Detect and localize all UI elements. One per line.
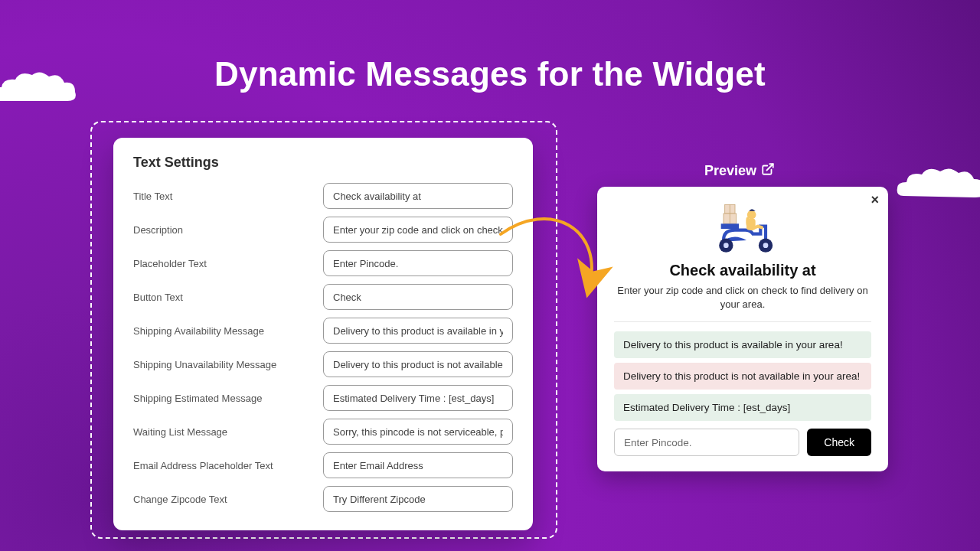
message-available: Delivery to this product is available in… <box>614 331 871 358</box>
cloud-decoration-right <box>896 165 980 202</box>
external-link-icon <box>761 162 775 180</box>
placeholder-text-input[interactable] <box>323 250 513 276</box>
change-zipcode-input[interactable] <box>323 486 513 512</box>
field-description: Description <box>133 217 513 243</box>
button-text-input[interactable] <box>323 284 513 310</box>
delivery-scooter-icon <box>614 201 871 257</box>
svg-point-8 <box>763 243 769 248</box>
message-unavailable: Delivery to this product is not availabl… <box>614 363 871 390</box>
close-icon[interactable]: × <box>871 193 879 207</box>
field-label: Change Zipcode Text <box>133 494 323 505</box>
page-title: Dynamic Messages for the Widget <box>214 55 766 93</box>
preview-label-text: Preview <box>704 163 756 179</box>
shipping-unavailability-input[interactable] <box>323 351 513 377</box>
text-settings-card: Text Settings Title Text Description Pla… <box>113 138 533 530</box>
preview-description: Enter your zip code and click on check t… <box>614 284 871 311</box>
shipping-estimated-input[interactable] <box>323 385 513 411</box>
field-shipping-estimated: Shipping Estimated Message <box>133 385 513 411</box>
message-estimated: Estimated Delivery Time : [est_days] <box>614 394 871 421</box>
field-label: Button Text <box>133 292 323 303</box>
field-button-text: Button Text <box>133 284 513 310</box>
preview-title: Check availability at <box>614 262 871 279</box>
preview-widget-card: × Check availability at Enter your zip c… <box>597 187 888 471</box>
svg-point-6 <box>724 243 729 248</box>
svg-line-0 <box>767 164 773 170</box>
pincode-row: Check <box>614 429 871 456</box>
waiting-list-input[interactable] <box>323 419 513 445</box>
field-label: Waiting List Message <box>133 426 323 438</box>
field-label: Title Text <box>133 191 323 202</box>
field-shipping-unavailability: Shipping Unavailability Message <box>133 351 513 377</box>
field-placeholder-text: Placeholder Text <box>133 250 513 276</box>
svg-rect-4 <box>721 223 739 229</box>
svg-rect-10 <box>746 219 756 230</box>
field-label: Shipping Availability Message <box>133 325 323 337</box>
email-placeholder-input[interactable] <box>323 452 513 478</box>
settings-heading: Text Settings <box>133 155 513 171</box>
shipping-availability-input[interactable] <box>323 318 513 344</box>
field-email-placeholder: Email Address Placeholder Text <box>133 452 513 478</box>
field-change-zipcode: Change Zipcode Text <box>133 486 513 512</box>
preview-label: Preview <box>704 162 775 180</box>
field-shipping-availability: Shipping Availability Message <box>133 318 513 344</box>
field-title-text: Title Text <box>133 183 513 209</box>
description-input[interactable] <box>323 217 513 243</box>
field-label: Description <box>133 224 323 236</box>
field-waiting-list: Waiting List Message <box>133 419 513 445</box>
title-text-input[interactable] <box>323 183 513 209</box>
pincode-input[interactable] <box>614 429 799 456</box>
field-label: Shipping Unavailability Message <box>133 359 323 370</box>
field-label: Placeholder Text <box>133 258 323 269</box>
field-label: Email Address Placeholder Text <box>133 460 323 471</box>
field-label: Shipping Estimated Message <box>133 393 323 404</box>
check-button[interactable]: Check <box>807 429 871 456</box>
divider <box>614 321 871 322</box>
cloud-decoration-left <box>0 70 78 109</box>
